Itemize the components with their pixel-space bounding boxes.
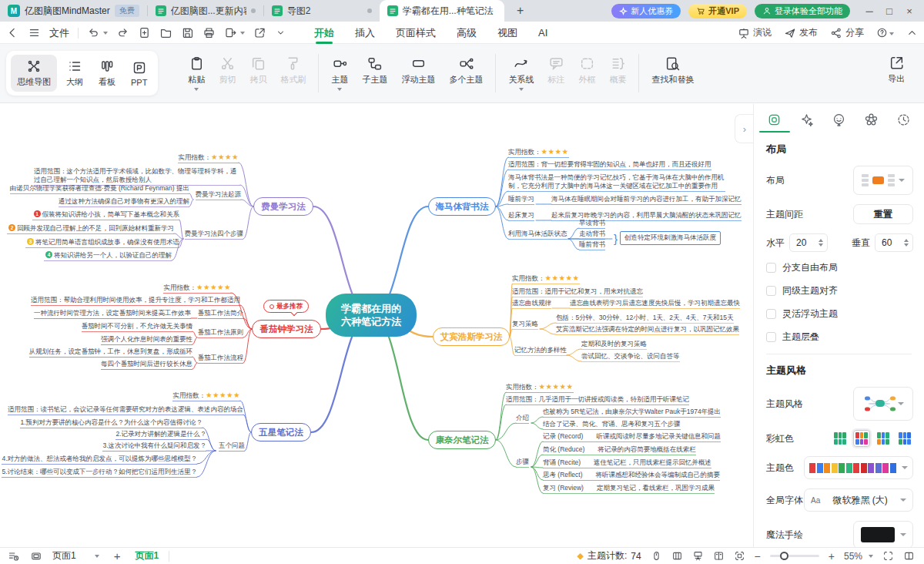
ribbon-多个主题[interactable]: 多个主题 xyxy=(449,55,483,91)
checkbox-同级主题对齐[interactable]: 同级主题对齐 xyxy=(754,284,924,297)
mindmap-topic[interactable]: 步骤 xyxy=(516,458,529,468)
spinner-arrows[interactable] xyxy=(904,239,912,247)
branch-topic-五星笔记法[interactable]: 五星笔记法 xyxy=(251,423,311,441)
page-list-icon[interactable] xyxy=(8,550,20,562)
branch-topic-番茄钟学习法[interactable]: 番茄钟学习法 xyxy=(252,320,321,338)
mindmap-topic[interactable]: 艾宾浩斯记忆法强调在特定的时间点进行复习，以巩固记忆效果 xyxy=(556,325,739,335)
action-发布[interactable]: 发布 xyxy=(784,26,818,39)
ribbon-粘贴[interactable]: 粘贴 xyxy=(188,55,205,91)
zoom-in-button[interactable]: + xyxy=(829,550,835,562)
mindmap-topic[interactable]: 强调个人化作息时间表的重要性 xyxy=(101,335,192,345)
checkbox-分支自由布局[interactable]: 分支自由布局 xyxy=(754,261,924,274)
vertical-spinner[interactable]: 60 xyxy=(875,233,913,252)
ribbon-主题[interactable]: 主题 xyxy=(331,55,348,91)
minimize-button[interactable]: ─ xyxy=(862,5,876,17)
new-file-button[interactable] xyxy=(138,26,151,39)
menu-tab-开始[interactable]: 开始 xyxy=(314,22,334,44)
mindmap-topic[interactable]: 背诵 (Recite) 遮住笔记栏，只用线索栏提示回忆并概述 xyxy=(543,458,711,468)
rainbow-option-3[interactable] xyxy=(875,430,892,447)
mindmap-topic[interactable]: 实用指数：★★★★ xyxy=(508,147,569,158)
reset-button[interactable]: 重置 xyxy=(853,204,913,224)
horizontal-spinner[interactable]: 20 xyxy=(789,233,828,252)
file-menu[interactable]: 文件 xyxy=(49,26,69,40)
ribbon-子主题[interactable]: 子主题 xyxy=(362,55,387,91)
checkbox-icon[interactable] xyxy=(766,263,776,273)
mindmap-topic[interactable]: 从规划任务，设定番茄钟，工作，休息到复盘，形成循环 xyxy=(29,347,193,358)
mindmap-topic[interactable]: 每四个番茄时间后进行较长休息 xyxy=(101,360,192,370)
mindmap-topic[interactable]: 3将笔记用简单语言组织成故事，确保没有使用术语 xyxy=(25,238,179,248)
checkbox-灵活浮动主题[interactable]: 灵活浮动主题 xyxy=(754,307,924,321)
global-font-dropdown[interactable]: Aa 微软雅黑 (大) xyxy=(804,488,913,512)
mindmap-topic[interactable]: 起床复习 xyxy=(508,211,534,221)
page-tab-active[interactable]: 页面1 xyxy=(135,549,159,562)
mindmap-topic[interactable]: 遗忘曲线表明学习后遗忘速度先快后慢，学习初期遗忘最快 xyxy=(570,299,740,309)
theme-color-dropdown[interactable] xyxy=(804,456,913,479)
theme-style-dropdown[interactable] xyxy=(853,387,913,421)
open-file-button[interactable] xyxy=(159,26,172,39)
mode-大纲[interactable]: 大纲 xyxy=(60,55,89,92)
maximize-button[interactable]: □ xyxy=(882,5,896,17)
doc-tab-2[interactable]: 导图2 xyxy=(264,0,380,22)
checkbox-icon[interactable] xyxy=(766,332,776,342)
rainbow-option-1[interactable] xyxy=(832,430,849,447)
mindmap-topic[interactable]: 通过这种方法确保自己对事物有更深入的理解 xyxy=(59,197,189,207)
zoom-out-button[interactable]: − xyxy=(755,550,761,562)
mindmap-topic[interactable]: 实用指数：★★★★★ xyxy=(172,391,240,401)
export-file-button[interactable] xyxy=(224,26,237,39)
mindmap-topic[interactable]: 也被称为 5R笔记法，由康奈尔大学Walter Pauk于1974年提出 xyxy=(543,408,721,418)
mindmap-topic[interactable]: 适用范围：几乎适用于一切讲授或阅读类，特别适用于听课笔记 xyxy=(506,395,689,405)
undo-button[interactable] xyxy=(87,26,100,39)
menu-button[interactable] xyxy=(28,26,41,39)
mindmap-topic[interactable]: 复习 (Review) 定期复习笔记，看线索栏，巩固学习成果 xyxy=(543,484,715,494)
presentation-icon[interactable] xyxy=(692,550,704,562)
mindmap-topic[interactable]: 4将知识讲给另一个人，以验证自己的理解 xyxy=(44,251,172,261)
mindmap-topic[interactable]: 由诺贝尔物理学奖获得者理查德·费曼 (Richard Feynman) 提出 xyxy=(10,184,189,194)
mindmap-topic[interactable]: 4.对方的做法、想法或者给我的启发点，可以提炼为哪些思维模型？ xyxy=(2,455,197,465)
panel-collapse-handle[interactable]: › xyxy=(735,114,754,143)
menu-tab-高级[interactable]: 高级 xyxy=(457,22,477,44)
doc-tab-active[interactable]: 学霸都在用...种笔记法 xyxy=(380,0,504,22)
menu-tab-页面样式[interactable]: 页面样式 xyxy=(396,22,436,44)
mindmap-summary-box[interactable]: }创造特定环境刺激海马体活跃度 xyxy=(614,231,721,245)
page-preview-icon[interactable] xyxy=(30,550,42,562)
mindmap-topic[interactable]: 5.讨论结束：哪些可以变成下一步行动？如何把它们运用到生活里？ xyxy=(2,468,197,478)
mode-看板[interactable]: 看板 xyxy=(92,55,122,92)
mindmap-topic[interactable]: 走动背书 xyxy=(579,230,605,240)
mindmap-topic[interactable]: 一种流行时间管理方法，设定番茄时间来提高工作效率 xyxy=(34,309,191,319)
mindmap-topic[interactable]: 简化 (Reduce) 将记录的内容简要地概括在线索栏 xyxy=(543,445,696,455)
collapse-ribbon-button[interactable] xyxy=(906,27,918,39)
app-tab[interactable]: M 亿图脑图MindMaster 免费 xyxy=(0,0,147,22)
ribbon-查找和替换[interactable]: 查找和替换 xyxy=(651,55,694,91)
mindmap-topic[interactable]: 适用范围：帮助合理利用时间使用效率，提升专注度，学习和工作都适用 xyxy=(31,296,240,306)
new-tab-button[interactable]: + xyxy=(512,4,529,18)
vip-button[interactable]: 开通VIP xyxy=(688,4,747,18)
mindmap-topic[interactable]: 适用范围：这个方法适用于学术领域，比如数学、物理等理科学科，通过自己理解一个知识… xyxy=(34,167,240,186)
mindmap-topic[interactable]: 2.记录对方讲解的逻辑是什么？ xyxy=(116,430,206,440)
split-view-icon[interactable] xyxy=(903,550,915,562)
save-button[interactable] xyxy=(181,26,194,39)
layout-dropdown[interactable] xyxy=(853,166,913,195)
print-button[interactable] xyxy=(203,26,216,39)
mindmap-topic[interactable]: 包括：5分钟、30分钟、12小时、1天、2天、4天、7天和15天 xyxy=(556,314,734,324)
mindmap-topic[interactable]: 番茄时间不可分割，不允许做无关事情 xyxy=(82,322,193,332)
mindmap-topic[interactable]: 定期和及时的复习策略 xyxy=(581,340,647,350)
mindmap-topic[interactable]: 实用指数：★★★★★ xyxy=(506,382,574,393)
mindmap-topic[interactable]: 记忆方法的多样性 xyxy=(514,346,567,356)
action-演说[interactable]: 演说 xyxy=(738,26,772,39)
mindmap-topic[interactable]: 实用指数：★★★★ xyxy=(178,153,239,163)
mindmap-topic[interactable]: 思考 (Reflect) 将听课感想和经验体会等编制成自己的摘要 xyxy=(543,471,720,481)
hand-tool-icon[interactable] xyxy=(651,550,662,562)
branch-topic-费曼学习法[interactable]: 费曼学习法 xyxy=(253,197,313,216)
mindmap-topic[interactable]: 番茄工作法简介 xyxy=(198,309,244,319)
panel-tab-format[interactable] xyxy=(759,108,790,131)
checkbox-主题层叠[interactable]: 主题层叠 xyxy=(754,331,924,344)
mindmap-topic[interactable]: 适用范围：读书笔记，会议记录等任何需要研究对方的表达逻辑、表述内容的场合 xyxy=(8,405,243,415)
mindmap-topic[interactable]: 早读背书 xyxy=(579,219,605,229)
menu-tab-视图[interactable]: 视图 xyxy=(497,22,517,44)
rainbow-option-2[interactable] xyxy=(853,430,870,447)
ribbon-导出[interactable]: 导出 xyxy=(888,55,905,85)
mindmap-topic[interactable]: 番茄工作法流程 xyxy=(198,354,244,364)
ribbon-浮动主题[interactable]: 浮动主题 xyxy=(401,55,435,91)
mindmap-topic[interactable]: 介绍 xyxy=(516,414,529,424)
close-button[interactable]: × xyxy=(902,5,916,17)
